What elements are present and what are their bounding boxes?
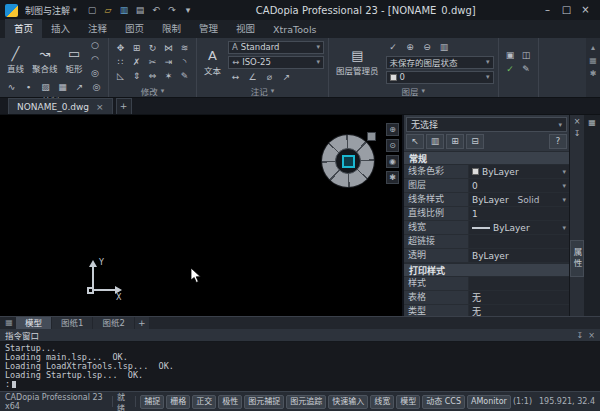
workspace-switcher[interactable]: 制图与注解 ▾ (22, 3, 80, 18)
linescale-field[interactable]: 1 (468, 207, 569, 220)
hatch-tool-icon[interactable]: ▨ (38, 81, 53, 94)
modify-group-label[interactable]: 修改 ▾ (109, 85, 196, 97)
new-file-icon[interactable]: ▢ (87, 5, 98, 15)
remove-selection-button[interactable]: ⊟ (466, 134, 484, 149)
drawing-canvas[interactable]: ⊕ ⊙ ◉ ✱ Y X (0, 115, 403, 316)
ribbon-tab-xtratools[interactable]: XtraTools (264, 22, 325, 38)
layout-menu-icon[interactable]: ▦ (3, 317, 15, 329)
array-tool-icon[interactable]: ∷ (113, 56, 128, 69)
layer-dropdown[interactable]: 0 ▾ (468, 179, 569, 192)
toggle-model[interactable]: 模型 (396, 395, 420, 409)
add-layout-button[interactable]: + (135, 317, 149, 329)
polyline-tool-button[interactable]: ↝ 聚合线 (29, 46, 61, 74)
minimize-button[interactable]: – (538, 1, 557, 19)
toggle-etrack[interactable]: 图元追踪 (286, 395, 326, 409)
printtable-field[interactable]: 无 (468, 291, 569, 304)
explode-tool-icon[interactable]: ✶ (161, 70, 176, 83)
ribbon-tab-insert[interactable]: 插入 (42, 19, 79, 38)
tab-sheet2[interactable]: 图纸2 (93, 317, 133, 329)
extend-tool-icon[interactable]: ⇥ (161, 56, 176, 69)
copy-tool-icon[interactable]: ⊞ (129, 42, 144, 55)
toggle-lineweight[interactable]: 线宽 (370, 395, 394, 409)
trim-tool-icon[interactable]: ✂ (145, 56, 160, 69)
toggle-amonitor[interactable]: AMonitor (467, 395, 511, 409)
toggle-ortho[interactable]: 正交 (192, 395, 216, 409)
app-logo-icon[interactable] (5, 4, 18, 17)
navigation-wheel-center[interactable] (342, 155, 355, 168)
rectangle-tool-button[interactable]: ▭ 矩形 (63, 46, 86, 74)
ribbon-tab-constrain[interactable]: 限制 (153, 19, 190, 38)
command-window-titlebar[interactable]: 指令窗口 ↧ × (0, 329, 600, 342)
command-prompt[interactable]: : (5, 380, 595, 389)
grid-icon[interactable]: ▦ (589, 56, 597, 65)
insert-block-icon[interactable]: ◫ (519, 49, 534, 62)
properties-side-tab[interactable]: 属性 (570, 240, 584, 277)
toggle-polar[interactable]: 极性 (218, 395, 242, 409)
close-icon[interactable]: × (588, 331, 595, 340)
annotation-group-label[interactable]: 注记 ▾ (197, 85, 328, 97)
close-icon[interactable]: × (574, 118, 581, 126)
linestyle-dropdown[interactable]: ByLayer Solid ▾ (468, 193, 569, 206)
redo-icon[interactable]: ↷ (167, 5, 178, 15)
point-tool-icon[interactable]: ∙ (21, 81, 36, 94)
selection-dropdown[interactable]: 无选择 ▾ (406, 117, 567, 132)
text-style-dropdown[interactable]: A Standard ▾ (228, 41, 324, 54)
ribbon-tab-manage[interactable]: 管理 (190, 19, 227, 38)
section-header-general[interactable]: 常规 (404, 151, 569, 165)
linear-dimension-icon[interactable]: ↔ (228, 71, 243, 84)
ribbon-tab-view[interactable]: 视图 (227, 19, 264, 38)
gear-icon[interactable]: ✱ (386, 171, 399, 184)
document-tab[interactable]: NONAME_0.dwg × (8, 98, 113, 114)
new-tab-button[interactable]: + (116, 98, 132, 114)
ray-tool-icon[interactable]: ↗ (72, 81, 87, 94)
navigation-wheel[interactable] (322, 135, 374, 187)
fillet-tool-icon[interactable]: ◝ (177, 56, 192, 69)
arc-tool-icon[interactable]: ◠ (88, 53, 103, 66)
lineweight-dropdown[interactable]: ByLayer ▾ (468, 221, 569, 234)
check-icon[interactable]: ✓ (503, 63, 518, 76)
ribbon-tab-sheet[interactable]: 图页 (116, 19, 153, 38)
undo-icon[interactable]: ↶ (151, 5, 162, 15)
settings-icon[interactable]: ✱ (590, 69, 597, 78)
zoom-fit-icon[interactable]: ⊙ (386, 139, 399, 152)
open-file-icon[interactable]: ▱ (103, 5, 114, 15)
toggle-quickinput[interactable]: 快速输入 (328, 395, 368, 409)
ribbon-tab-home[interactable]: 首页 (5, 19, 42, 38)
save-icon[interactable]: ▥ (119, 5, 130, 15)
toggle-snap[interactable]: 捕捉 (140, 395, 164, 409)
navigation-wheel-close-button[interactable] (367, 132, 376, 141)
transparency-field[interactable]: ByLayer (468, 249, 569, 262)
add-selection-button[interactable]: ⊞ (446, 134, 464, 149)
mirror-tool-icon[interactable]: ⋈ (161, 42, 176, 55)
layer-manager-button[interactable]: ▤ 图层管理员 (333, 48, 382, 76)
diameter-dimension-icon[interactable]: ⌀ (262, 71, 277, 84)
chamfer-tool-icon[interactable]: ◺ (113, 70, 128, 83)
line-tool-button[interactable]: ╱ 直线 (4, 46, 27, 74)
layer-on-icon[interactable]: ✓ (386, 41, 401, 54)
current-layer-dropdown[interactable]: 0 ▾ (386, 71, 494, 84)
scale-tool-icon[interactable]: ⇕ (129, 70, 144, 83)
layer-state-dropdown[interactable]: 未保存的图层状态 ▾ (386, 56, 494, 69)
leader-tool-icon[interactable]: ↗ (279, 71, 294, 84)
edit-tool-icon[interactable]: ✎ (177, 70, 192, 83)
tab-sheet1[interactable]: 图纸1 (52, 317, 92, 329)
quick-select-button[interactable]: ▥ (426, 134, 444, 149)
nav-wheel-icon[interactable]: ◉ (386, 155, 399, 168)
stretch-tool-icon[interactable]: ⇔ (145, 70, 160, 83)
block-tool-icon[interactable]: ▣ (503, 49, 518, 62)
tab-model[interactable]: 模型 (16, 317, 51, 329)
layer-group-label[interactable]: 图层 ▾ (329, 85, 498, 97)
angular-dimension-icon[interactable]: ∠ (245, 71, 260, 84)
close-tab-icon[interactable]: × (96, 102, 104, 112)
section-header-printstyle[interactable]: 打印样式 (404, 263, 569, 277)
edit-block-icon[interactable]: ✎ (519, 63, 534, 76)
layer-isolate-icon[interactable]: ▥ (437, 41, 452, 54)
rotate-tool-icon[interactable]: ↻ (145, 42, 160, 55)
text-tool-button[interactable]: A 文本 (201, 48, 224, 76)
pin-icon[interactable]: ↧ (574, 130, 581, 138)
toggle-esnap[interactable]: 图元捕捉 (244, 395, 284, 409)
grid-icon[interactable]: ▦ (588, 119, 596, 127)
maximize-button[interactable]: □ (557, 1, 576, 19)
donut-tool-icon[interactable]: ◎ (89, 81, 104, 94)
chevron-up-icon[interactable]: ▴ (591, 43, 595, 52)
